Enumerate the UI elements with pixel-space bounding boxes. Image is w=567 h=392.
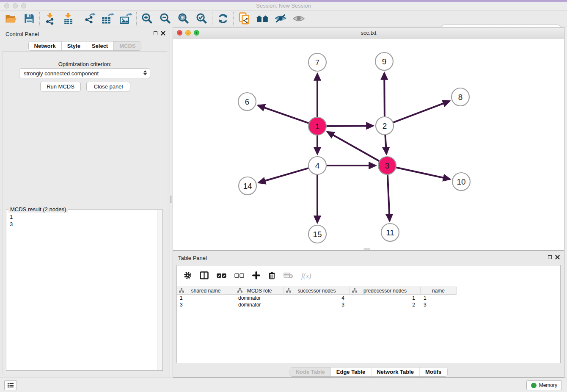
home-button[interactable] (253, 11, 271, 26)
column-header-label: shared name (191, 288, 220, 294)
toolbar-separator (39, 12, 40, 25)
node-15[interactable]: 15 (308, 225, 326, 243)
edge-1-6[interactable] (258, 105, 310, 124)
edge-3-10[interactable] (396, 167, 450, 179)
criterion-value: strongly connected component (24, 70, 99, 77)
column-header-shared-name[interactable]: shared name (177, 287, 235, 295)
save-session-button[interactable] (20, 11, 38, 26)
table-row[interactable]: 3dominator323 (177, 301, 560, 308)
column-header-successor-nodes[interactable]: successor nodes (284, 287, 350, 295)
zoom-selected-button[interactable] (193, 11, 211, 26)
column-header-name[interactable]: name (421, 287, 457, 295)
window-resize-grip[interactable] (363, 248, 370, 250)
run-mcds-button[interactable]: Run MCDS (40, 82, 81, 91)
control-panel-title: Control Panel (6, 31, 39, 37)
export-image-button[interactable] (117, 11, 135, 26)
mcds-result-list[interactable]: 13 (7, 212, 157, 370)
add-row-button[interactable] (252, 271, 260, 281)
refresh-button[interactable] (214, 11, 232, 26)
import-network-button[interactable] (41, 11, 59, 26)
edge-2-3[interactable] (385, 134, 386, 154)
function-builder-button[interactable]: f(x) (301, 272, 311, 280)
delete-table-button[interactable] (284, 272, 293, 280)
edge-2-8[interactable] (393, 101, 450, 123)
node-table-container: f(x) shared nameMCDS rolesuccessor nodes… (176, 265, 561, 363)
plus-icon (252, 271, 260, 279)
close-button[interactable] (4, 3, 9, 8)
tab-edge-table[interactable]: Edge Table (331, 367, 371, 376)
splitter-grip-icon[interactable] (170, 196, 172, 203)
node-7[interactable]: 7 (308, 53, 326, 71)
select-all-button[interactable] (217, 273, 226, 279)
tab-select[interactable]: Select (86, 41, 114, 50)
table-settings-button[interactable] (184, 271, 192, 281)
export-table-button[interactable] (99, 11, 117, 26)
tab-style[interactable]: Style (62, 41, 86, 50)
open-session-button[interactable] (2, 11, 20, 26)
first-neighbors-button[interactable] (235, 11, 253, 26)
column-header-label: predecessor nodes (363, 288, 407, 294)
edge-4-14[interactable] (259, 168, 309, 183)
svg-text:10: 10 (457, 177, 465, 186)
minimize-button[interactable] (13, 3, 18, 8)
export-network-button[interactable] (80, 11, 99, 26)
node-1[interactable]: 1 (308, 117, 326, 135)
zoom-in-button[interactable] (138, 11, 156, 26)
tab-network[interactable]: Network (29, 41, 62, 50)
float-table-panel-icon[interactable] (548, 255, 552, 259)
node-10[interactable]: 10 (452, 173, 470, 190)
column-header-mcds-role[interactable]: MCDS role (235, 287, 284, 295)
edge-1-2[interactable] (326, 126, 373, 126)
table-row[interactable]: 1dominator411 (177, 295, 560, 301)
tab-mcds[interactable]: MCDS (114, 41, 141, 50)
node-8[interactable]: 8 (451, 88, 469, 106)
show-all-button[interactable] (289, 11, 308, 26)
zoom-out-button[interactable] (156, 11, 174, 26)
node-9[interactable]: 9 (375, 52, 393, 70)
checked-boxes-icon (217, 273, 226, 278)
network-window-titlebar[interactable]: × − + scc.txt (173, 28, 564, 39)
network-graph[interactable]: 7968124314101511 (173, 39, 564, 250)
edge-2-9[interactable] (384, 73, 385, 117)
float-panel-icon[interactable] (154, 31, 157, 35)
edge-3-11[interactable] (388, 174, 390, 221)
list-icon (7, 382, 14, 388)
import-network-icon (44, 13, 56, 25)
tab-network-table[interactable]: Network Table (371, 367, 420, 376)
deselect-all-button[interactable] (234, 273, 244, 279)
network-zoom-button[interactable]: + (194, 30, 199, 36)
show-column-button[interactable] (200, 271, 209, 281)
task-list-button[interactable] (4, 380, 17, 390)
network-close-button[interactable]: × (177, 30, 182, 36)
delete-row-button[interactable] (268, 271, 275, 281)
gear-icon (184, 271, 192, 279)
result-scrollbar[interactable] (157, 210, 162, 370)
zoom-button[interactable] (21, 3, 26, 8)
application-window: Session: New Session (0, 0, 567, 392)
node-4[interactable]: 4 (308, 157, 326, 174)
zoom-fit-button[interactable] (174, 11, 193, 26)
close-table-panel-icon[interactable] (555, 255, 560, 259)
close-panel-icon[interactable] (161, 31, 165, 36)
refresh-icon (217, 13, 229, 25)
network-minimize-button[interactable]: − (185, 30, 191, 36)
criterion-select[interactable]: strongly connected component (19, 68, 150, 78)
unchecked-boxes-icon (234, 273, 244, 278)
column-header-predecessor-nodes[interactable]: predecessor nodes (350, 287, 421, 295)
node-3[interactable]: 3 (378, 157, 396, 174)
close-panel-button[interactable]: Close panel (86, 82, 130, 91)
node-11[interactable]: 11 (381, 224, 399, 241)
node-2[interactable]: 2 (376, 117, 394, 135)
import-table-button[interactable] (59, 11, 77, 26)
hide-selected-button[interactable] (271, 11, 289, 26)
tab-motifs[interactable]: Motifs (420, 367, 447, 376)
node-14[interactable]: 14 (239, 177, 256, 195)
edge-3-1[interactable] (328, 132, 380, 161)
window-controls (4, 3, 26, 8)
table-cell: 2 (350, 301, 421, 308)
save-floppy-icon (24, 13, 35, 24)
title-bar: Session: New Session (0, 2, 567, 11)
tab-node-table[interactable]: Node Table (290, 367, 331, 376)
memory-button[interactable]: Memory (526, 380, 562, 390)
node-6[interactable]: 6 (238, 93, 256, 110)
